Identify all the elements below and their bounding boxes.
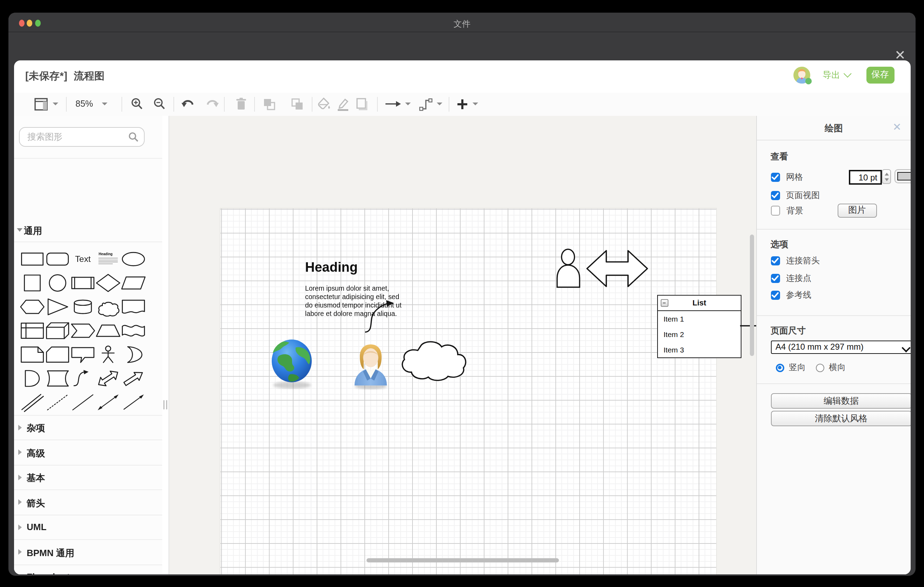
shadow-button[interactable] <box>356 92 368 115</box>
save-button[interactable]: 保存 <box>866 67 894 83</box>
shape-cloud-icon[interactable] <box>96 295 121 319</box>
line-color-button[interactable] <box>336 92 349 115</box>
stepper-up-icon[interactable] <box>884 172 889 175</box>
drawing-page[interactable]: Heading Lorem ipsum dolor sit amet, cons… <box>220 208 716 574</box>
sidebar-section-杂项[interactable]: 杂项 <box>14 416 162 440</box>
collapse-icon[interactable] <box>661 299 668 307</box>
delete-button[interactable] <box>236 92 246 115</box>
horizontal-scrollbar[interactable] <box>366 558 559 562</box>
stepper-down-icon[interactable] <box>884 178 889 181</box>
background-image-button[interactable]: 图片 <box>837 204 876 217</box>
search-input[interactable] <box>26 129 130 145</box>
radio-unselected-icon[interactable] <box>815 363 824 372</box>
connection-style-button[interactable] <box>385 92 411 115</box>
shape-link-icon[interactable] <box>19 391 45 414</box>
page-view-checkbox-row[interactable]: 页面视图 <box>771 189 820 201</box>
orientation-radio-landscape[interactable]: 横向 <box>815 362 846 374</box>
to-front-button[interactable] <box>263 92 275 115</box>
sidebar-section-uml[interactable]: UML <box>14 515 162 540</box>
search-icon[interactable] <box>129 132 138 142</box>
grid-checkbox-row[interactable]: 网格 <box>771 171 803 183</box>
shape-bidirectional-connector-icon[interactable] <box>96 391 121 414</box>
shape-internal-storage-icon[interactable] <box>19 319 45 343</box>
shape-parallelogram-icon[interactable] <box>121 271 147 295</box>
user-avatar[interactable] <box>793 66 810 83</box>
shape-or-icon[interactable] <box>121 343 147 366</box>
to-back-button[interactable] <box>291 92 303 115</box>
list-item[interactable]: Item 3 <box>658 341 741 357</box>
canvas-businesswoman-clipart[interactable] <box>353 343 388 389</box>
grid-size-stepper[interactable] <box>882 169 891 184</box>
checkbox-unchecked-icon[interactable] <box>771 206 780 216</box>
edit-data-button[interactable]: 编辑数据 <box>771 393 910 409</box>
shape-text-icon[interactable]: Text <box>70 247 96 271</box>
checkbox-checked-icon[interactable] <box>771 291 780 300</box>
grid-color-swatch[interactable] <box>894 169 910 183</box>
shape-ellipse-icon[interactable] <box>121 247 147 271</box>
shape-rounded-rectangle-icon[interactable] <box>45 247 70 271</box>
shape-triangle-icon[interactable] <box>45 295 70 319</box>
drawing-canvas[interactable]: Heading Lorem ipsum dolor sit amet, cons… <box>162 116 756 574</box>
vertical-scrollbar[interactable] <box>750 234 754 356</box>
shape-cube-icon[interactable] <box>45 319 70 343</box>
shape-diamond-icon[interactable] <box>96 271 121 295</box>
undo-button[interactable] <box>181 92 194 115</box>
insert-button[interactable] <box>457 92 478 115</box>
sidebar-section-箭头[interactable]: 箭头 <box>14 490 162 515</box>
shape-actor-icon[interactable] <box>96 343 121 366</box>
sidebar-section-flowchart[interactable]: Flowchart <box>14 565 162 574</box>
sidebar-section-general[interactable]: 通用 <box>14 218 162 242</box>
checkbox-checked-icon[interactable] <box>771 274 780 283</box>
shape-rectangle-icon[interactable] <box>19 247 45 271</box>
checkbox-checked-icon[interactable] <box>771 256 780 265</box>
redo-button[interactable] <box>205 92 219 115</box>
shape-curve-icon[interactable] <box>70 366 96 391</box>
canvas-earth-globe-clipart[interactable] <box>270 339 315 389</box>
shape-trapezoid-icon[interactable] <box>96 319 121 343</box>
shape-circle-icon[interactable] <box>45 271 70 295</box>
background-checkbox-row[interactable]: 背景 <box>771 204 803 217</box>
sidebar-resize-handle[interactable] <box>163 400 167 409</box>
waypoints-button[interactable] <box>419 92 442 115</box>
shape-line-icon[interactable] <box>70 391 96 414</box>
canvas-user-shape[interactable] <box>555 248 581 287</box>
shape-hexagon-icon[interactable] <box>19 295 45 319</box>
shape-callout-icon[interactable] <box>70 343 96 366</box>
canvas-curved-arrow[interactable] <box>363 294 396 334</box>
shape-bidirectional-arrow-icon[interactable] <box>96 366 121 391</box>
option-row-2[interactable]: 连接点 <box>771 272 811 284</box>
list-item[interactable]: Item 1 <box>658 311 741 326</box>
shape-square-icon[interactable] <box>19 271 45 295</box>
shape-step-icon[interactable] <box>70 319 96 343</box>
sidebar-section-高级[interactable]: 高级 <box>14 440 162 465</box>
shape-arrow-icon[interactable] <box>121 366 147 391</box>
shape-textbox-icon[interactable]: Heading <box>96 247 121 271</box>
sidebar-section-基本[interactable]: 基本 <box>14 465 162 490</box>
shape-and-icon[interactable] <box>19 366 45 391</box>
grid-size-input[interactable] <box>848 170 881 185</box>
radio-selected-icon[interactable] <box>776 363 784 372</box>
shape-process-icon[interactable] <box>70 271 96 295</box>
option-row-1[interactable]: 连接箭头 <box>771 255 820 267</box>
shape-data-storage-icon[interactable] <box>45 366 70 391</box>
format-panel-toggle-button[interactable] <box>35 92 58 115</box>
canvas-cloud-shape[interactable] <box>400 336 468 383</box>
shape-cylinder-icon[interactable] <box>70 295 96 319</box>
canvas-heading-text[interactable]: Heading <box>305 259 358 275</box>
list-item[interactable]: Item 2 <box>658 326 741 341</box>
canvas-double-arrow-shape[interactable] <box>586 250 648 287</box>
fill-color-button[interactable] <box>318 92 330 115</box>
panel-close-icon[interactable]: ✕ <box>891 122 903 133</box>
sidebar-section-bpmn-通用[interactable]: BPMN 通用 <box>14 540 162 565</box>
shape-dotted-line-icon[interactable] <box>45 391 70 414</box>
orientation-radio-portrait[interactable]: 竖向 <box>776 362 806 374</box>
export-button[interactable]: 导出 <box>823 69 848 81</box>
shape-document-icon[interactable] <box>121 295 147 319</box>
zoom-in-button[interactable] <box>130 92 143 115</box>
checkbox-checked-icon[interactable] <box>771 191 780 200</box>
page-size-select[interactable]: A4 (210 mm x 297 mm) <box>771 341 910 354</box>
shape-card-icon[interactable] <box>45 343 70 366</box>
shape-directional-connector-icon[interactable] <box>121 391 147 414</box>
shape-note-icon[interactable] <box>19 343 45 366</box>
zoom-dropdown[interactable]: 85% <box>76 92 107 115</box>
